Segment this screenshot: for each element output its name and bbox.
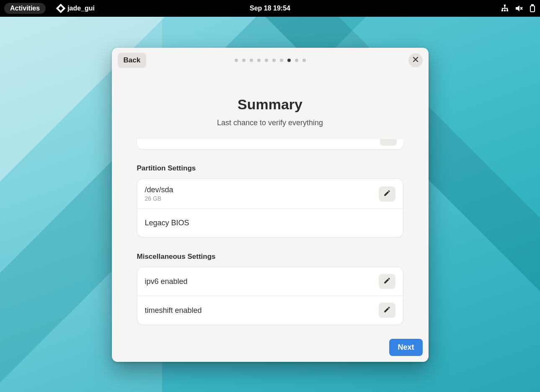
- network-icon: [501, 4, 509, 13]
- pencil-icon: [383, 189, 391, 199]
- partition-device-row: /dev/sda 26 GB: [137, 179, 403, 209]
- page-title: Summary: [112, 96, 429, 113]
- battery-icon: [529, 4, 536, 13]
- app-menu[interactable]: jade_gui: [57, 5, 95, 12]
- panel-clock[interactable]: Sep 18 19:54: [250, 5, 290, 12]
- pager-dot[interactable]: [302, 59, 306, 62]
- dialog-header: Back: [112, 48, 429, 73]
- next-button-label: Next: [398, 343, 414, 352]
- partition-size: 26 GB: [145, 195, 173, 202]
- pager-dot[interactable]: [265, 59, 268, 62]
- gnome-top-panel: Activities jade_gui Sep 18 19:54: [0, 0, 540, 17]
- installer-dialog: Back Summary Last chance to verify every…: [112, 48, 429, 362]
- back-button-label: Back: [124, 56, 141, 64]
- edit-ipv6-button[interactable]: [379, 274, 395, 289]
- pager-dot[interactable]: [250, 59, 253, 62]
- partition-bootmode-row: Legacy BIOS: [137, 209, 403, 237]
- close-button[interactable]: [408, 53, 423, 67]
- summary-scroll-area[interactable]: Partition Settings /dev/sda 26 GB Le: [112, 139, 429, 335]
- clock-text: Sep 18 19:54: [250, 5, 290, 12]
- misc-timeshift: timeshift enabled: [145, 306, 202, 315]
- app-icon: [56, 4, 66, 13]
- dialog-title-block: Summary Last chance to verify everything: [112, 96, 429, 127]
- step-pager: [235, 59, 306, 62]
- back-button[interactable]: Back: [118, 53, 147, 68]
- app-name-label: jade_gui: [67, 5, 95, 12]
- page-subtitle: Last chance to verify everything: [112, 119, 429, 127]
- volume-muted-icon: [515, 4, 523, 13]
- svg-rect-9: [532, 5, 533, 6]
- svg-rect-0: [504, 5, 506, 6]
- misc-section-label: Miscellaneous Settings: [137, 253, 403, 261]
- system-tray[interactable]: [501, 4, 536, 13]
- pager-dot[interactable]: [280, 59, 283, 62]
- partition-group: /dev/sda 26 GB Legacy BIOS: [137, 178, 403, 237]
- edit-timeshift-button[interactable]: [379, 303, 395, 318]
- svg-rect-2: [504, 10, 506, 11]
- desktop-background: Back Summary Last chance to verify every…: [0, 17, 540, 392]
- activities-button[interactable]: Activities: [4, 3, 46, 14]
- pencil-icon: [383, 277, 391, 286]
- svg-rect-5: [502, 8, 508, 9]
- pager-dot[interactable]: [287, 59, 291, 62]
- svg-rect-3: [506, 10, 508, 11]
- svg-rect-1: [501, 10, 503, 11]
- previous-group-peek: [137, 139, 403, 149]
- next-button[interactable]: Next: [389, 339, 422, 356]
- misc-timeshift-row: timeshift enabled: [137, 296, 403, 325]
- svg-rect-6: [502, 8, 503, 10]
- pager-dot[interactable]: [272, 59, 276, 62]
- pager-dot[interactable]: [242, 59, 245, 62]
- pager-dot[interactable]: [235, 59, 238, 62]
- pencil-icon: [383, 306, 391, 315]
- misc-ipv6: ipv6 enabled: [145, 277, 188, 286]
- svg-rect-8: [530, 6, 535, 12]
- svg-rect-7: [507, 8, 508, 10]
- misc-group: ipv6 enabled timeshift enabled: [137, 267, 403, 325]
- pager-dot[interactable]: [257, 59, 261, 62]
- dialog-footer: Next: [112, 335, 429, 362]
- activities-label: Activities: [10, 5, 40, 12]
- close-icon: [413, 57, 419, 64]
- partition-section-label: Partition Settings: [137, 164, 403, 173]
- misc-ipv6-row: ipv6 enabled: [137, 267, 403, 296]
- edit-partition-button[interactable]: [379, 186, 395, 201]
- pager-dot[interactable]: [295, 59, 298, 62]
- partition-bootmode: Legacy BIOS: [145, 219, 189, 227]
- partition-device: /dev/sda: [145, 186, 173, 194]
